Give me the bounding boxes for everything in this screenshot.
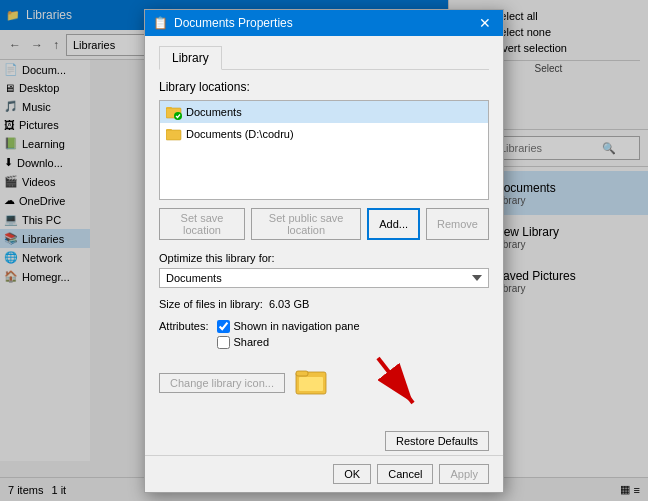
restore-defaults-button[interactable]: Restore Defaults	[385, 431, 489, 451]
change-icon-row: Change library icon...	[159, 364, 489, 403]
optimize-select[interactable]: Documents	[159, 268, 489, 288]
shown-in-nav-checkbox[interactable]	[217, 320, 230, 333]
tab-library[interactable]: Library	[159, 46, 222, 70]
set-save-location-button[interactable]: Set save location	[159, 208, 245, 240]
add-button[interactable]: Add...	[367, 208, 420, 240]
svg-rect-16	[299, 377, 323, 391]
dialog-title-text: Documents Properties	[174, 16, 475, 30]
size-value: 6.03 GB	[269, 298, 309, 310]
location-folder-icon	[166, 104, 182, 120]
dialog-content: Library Library locations:	[145, 36, 503, 427]
location-folder2-icon	[166, 126, 182, 142]
location-row-documents[interactable]: Documents	[160, 101, 488, 123]
size-label: Size of files in library:	[159, 298, 263, 310]
shared-label: Shared	[234, 336, 269, 348]
svg-rect-8	[166, 107, 172, 110]
set-public-save-button[interactable]: Set public save location	[251, 208, 361, 240]
location-name2: Documents (D:\codru)	[186, 128, 294, 140]
cancel-button[interactable]: Cancel	[377, 464, 433, 484]
documents-properties-dialog: 📋 Documents Properties ✕ Library Library…	[144, 9, 504, 493]
svg-rect-12	[166, 129, 172, 132]
dialog-close-button[interactable]: ✕	[475, 13, 495, 33]
attributes-section: Attributes: Shown in navigation pane Sha…	[159, 320, 489, 352]
dialog-footer-area: Restore Defaults OK Cancel Apply	[145, 427, 503, 492]
location-name: Documents	[186, 106, 242, 118]
size-row: Size of files in library: 6.03 GB	[159, 298, 489, 310]
dialog-title-icon: 📋	[153, 16, 168, 30]
locations-list[interactable]: Documents Documents (D:\codru)	[159, 100, 489, 200]
dialog-titlebar: 📋 Documents Properties ✕	[145, 10, 503, 36]
svg-rect-15	[296, 371, 308, 376]
shared-checkbox[interactable]	[217, 336, 230, 349]
change-library-icon-button[interactable]: Change library icon...	[159, 373, 285, 393]
shown-in-nav-label: Shown in navigation pane	[234, 320, 360, 332]
restore-defaults-row: Restore Defaults	[145, 427, 503, 455]
attributes-label: Attributes:	[159, 320, 209, 332]
location-row-documents-codru[interactable]: Documents (D:\codru)	[160, 123, 488, 145]
location-buttons-row: Set save location Set public save locati…	[159, 208, 489, 240]
library-locations-label: Library locations:	[159, 80, 489, 94]
apply-button[interactable]: Apply	[439, 464, 489, 484]
dialog-action-buttons: OK Cancel Apply	[145, 455, 503, 492]
optimize-label: Optimize this library for:	[159, 252, 489, 264]
library-folder-preview	[295, 364, 331, 403]
attributes-checkboxes: Shown in navigation pane Shared	[217, 320, 360, 352]
shown-in-nav-row: Shown in navigation pane	[217, 320, 360, 333]
remove-button[interactable]: Remove	[426, 208, 489, 240]
dialog-tab-bar: Library	[159, 46, 489, 70]
dialog-overlay: 📋 Documents Properties ✕ Library Library…	[0, 0, 648, 501]
shared-row: Shared	[217, 336, 360, 349]
ok-button[interactable]: OK	[333, 464, 371, 484]
